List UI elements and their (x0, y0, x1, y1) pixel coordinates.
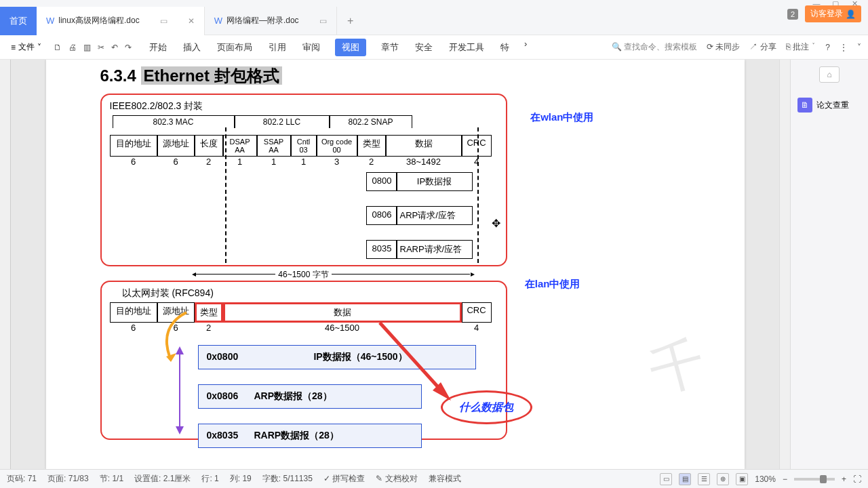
status-spellcheck[interactable]: ✓ 拼写检查 (323, 473, 365, 485)
document-page[interactable]: 6.3.4 Ethernet 封包格式 IEEE802.2/802.3 封装 在… (46, 60, 745, 469)
paste-icon[interactable]: ✂ (98, 43, 104, 52)
move-cursor-icon: ✥ (492, 217, 500, 230)
size-7: 2 (357, 157, 386, 167)
cell-length: 长度 (195, 135, 223, 157)
ribbon-tab-review[interactable]: 审阅 (301, 39, 321, 56)
sub-name-2: RARP请求/应答 (397, 240, 473, 259)
side-panel: ⌂ 🗎 论文查重 (790, 60, 868, 469)
panel-top-icon[interactable]: ⌂ (819, 66, 840, 83)
figure-rfc894: 以太网封装 (RFC894) 在lan中使用 目的地址 源地址 类型 数据 CR… (100, 281, 507, 440)
cell-orgcode: Org code 00 (317, 135, 357, 157)
zoom-slider[interactable] (794, 478, 835, 481)
ribbon-tab-insert[interactable]: 插入 (182, 39, 202, 56)
tab-doc-2[interactable]: W 网络编程—附录.doc ▭ (205, 7, 337, 35)
page-area: 6.3.4 Ethernet 封包格式 IEEE802.2/802.3 封装 在… (11, 60, 779, 469)
guest-login-button[interactable]: 访客登录👤 (805, 5, 861, 22)
ribbon-tab-devtools[interactable]: 开发工具 (448, 39, 486, 56)
view-web-icon[interactable]: ⊕ (717, 473, 729, 485)
undo-icon[interactable]: ↶ (111, 43, 118, 52)
size-4: 1 (257, 157, 291, 167)
f2-size-0: 6 (110, 323, 157, 333)
tab-pin-icon[interactable]: ▭ (319, 16, 327, 26)
payload-code: 0x0806 (207, 390, 254, 403)
redo-icon[interactable]: ↷ (125, 43, 132, 52)
vertical-scrollbar[interactable] (779, 60, 790, 469)
view-mode-icon[interactable]: ▭ (660, 473, 672, 485)
plagiarism-check-icon: 🗎 (797, 98, 812, 113)
more-icon[interactable]: ⋮ (840, 43, 848, 52)
payload-row-2: 0x8035 RARP数据报（28） (198, 424, 422, 448)
section-heading: 6.3.4 Ethernet 封包格式 (100, 65, 690, 87)
sub-code-1: 0806 (366, 206, 397, 225)
figure-ieee-8022: IEEE802.2/802.3 封装 在wlan中使用 802.3 MAC 80… (100, 94, 507, 266)
tab-close-icon[interactable]: ✕ (188, 16, 195, 26)
side-item-label: 论文查重 (816, 100, 849, 111)
status-words[interactable]: 字数: 5/11135 (262, 473, 313, 485)
status-proofread[interactable]: ✎ 文档校对 (376, 473, 417, 485)
view-read-icon[interactable]: ▣ (736, 473, 748, 485)
word-doc-icon: W (46, 16, 54, 26)
ribbon: ≡ 文件 ˅ 🗋 🖨 ▥ ✂ ↶ ↷ 开始 插入 页面布局 引用 审阅 视图 章… (0, 35, 868, 60)
sub-name-0: IP数据报 (397, 172, 473, 191)
question-oval: 什么数据包 (441, 390, 532, 424)
status-page-no[interactable]: 页码: 71 (7, 473, 37, 485)
size-8: 38~1492 (386, 157, 462, 167)
tab-add-button[interactable]: + (337, 15, 364, 27)
save-icon[interactable]: 🗋 (54, 43, 62, 52)
status-page[interactable]: 页面: 71/83 (47, 473, 89, 485)
user-icon: 👤 (846, 9, 856, 19)
share-label: 分享 (760, 42, 776, 52)
figure1-note: 在wlan中使用 (530, 111, 593, 124)
command-search[interactable]: 🔍 查找命令、搜索模板 (612, 41, 697, 53)
cell-dsap: DSAP AA (223, 135, 257, 157)
view-outline-icon[interactable]: ☰ (698, 473, 710, 485)
question-text: 什么数据包 (459, 401, 513, 415)
ribbon-tab-start[interactable]: 开始 (148, 39, 168, 56)
ribbon-tab-page-layout[interactable]: 页面布局 (216, 39, 254, 56)
zoom-out-icon[interactable]: − (783, 474, 787, 484)
sync-status[interactable]: ⟳ 未同步 (707, 41, 740, 53)
view-page-icon[interactable]: ▤ (679, 473, 691, 485)
status-compat: 兼容模式 (429, 473, 461, 485)
svg-line-4 (380, 323, 444, 394)
document-tabbar: 首页 W linux高级网络编程.doc ▭ ✕ W 网络编程—附录.doc ▭… (0, 7, 868, 35)
ribbon-tab-references[interactable]: 引用 (267, 39, 288, 56)
status-bar: 页码: 71 页面: 71/83 节: 1/1 设置值: 2.1厘米 行: 1 … (0, 469, 868, 488)
ribbon-tab-special[interactable]: 特 (499, 39, 511, 56)
size-0: 6 (110, 157, 157, 167)
cell-dest-addr: 目的地址 (110, 135, 157, 157)
print-icon[interactable]: 🖨 (68, 43, 77, 52)
file-menu[interactable]: ≡ 文件 ˅ (7, 41, 45, 53)
zoom-in-icon[interactable]: + (842, 474, 846, 484)
tab-pin-icon[interactable]: ▭ (160, 16, 167, 26)
heading-number: 6.3.4 (100, 66, 136, 85)
ribbon-tab-view[interactable]: 视图 (335, 39, 366, 56)
ribbon-tab-security[interactable]: 安全 (414, 39, 434, 56)
status-row: 行: 1 (201, 473, 218, 485)
tab-label: linux高级网络编程.doc (58, 15, 139, 26)
fullscreen-icon[interactable]: ⛶ (853, 474, 861, 484)
chevron-right-icon[interactable]: › (524, 39, 527, 56)
tab-home[interactable]: 首页 (0, 7, 37, 35)
figure2-note: 在lan中使用 (525, 278, 580, 291)
annotations-button[interactable]: ⎘ 批注 ˅ (786, 41, 816, 53)
share-button[interactable]: ↗ 分享 (749, 41, 776, 53)
size-2: 2 (195, 157, 223, 167)
ribbon-tab-section[interactable]: 章节 (380, 39, 400, 56)
status-section[interactable]: 节: 1/1 (100, 473, 123, 485)
print-preview-icon[interactable]: ▥ (83, 43, 91, 52)
f2-type-highlighted: 类型 (195, 302, 223, 323)
tab-doc-1[interactable]: W linux高级网络编程.doc ▭ ✕ (37, 7, 205, 35)
size-5: 1 (291, 157, 317, 167)
side-item-plagiarism[interactable]: 🗎 论文查重 (795, 94, 864, 117)
figure2-title: 以太网封装 (RFC894) (122, 287, 498, 300)
vertical-ruler (0, 60, 11, 469)
collapse-ribbon-icon[interactable]: ˅ (857, 43, 861, 52)
help-icon[interactable]: ? (825, 43, 830, 52)
notification-badge[interactable]: 2 (787, 9, 798, 20)
status-setting: 设置值: 2.1厘米 (134, 473, 191, 485)
payload-code: 0x0800 (207, 351, 254, 363)
f2-crc: CRC (462, 302, 492, 323)
zoom-level[interactable]: 130% (755, 474, 776, 484)
figure1-title: IEEE802.2/802.3 封装 (110, 100, 498, 113)
